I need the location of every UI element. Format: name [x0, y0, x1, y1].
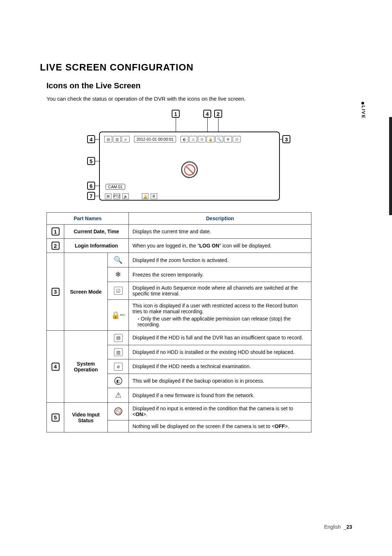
alarm-icon: 🔔 — [142, 193, 148, 199]
freeze-icon: ❄ — [224, 136, 232, 142]
icon-cell: 🔒REC — [108, 300, 129, 331]
hdd-exam-icon: ⌀ — [122, 136, 130, 142]
description-cell: Displayed if no HDD is installed or the … — [129, 345, 311, 359]
description-cell: Freezes the screen temporarily. — [129, 267, 311, 282]
icon-cell: 🔍 — [108, 253, 129, 267]
description-cell: Displayed if the zoom function is activa… — [129, 253, 311, 267]
callout-2: 2 — [214, 110, 222, 118]
part-name: Login Information — [64, 239, 129, 253]
callout-4-top: 4 — [203, 110, 211, 118]
row-number: 4 — [47, 331, 64, 403]
backup-icon: ◐ — [180, 136, 188, 142]
table-row: 5Video Input Status🚫Displayed if no inpu… — [47, 403, 311, 420]
footer-sep: _ — [342, 524, 347, 530]
callout-5: 5 — [87, 157, 95, 165]
dvr-toolbar: ▤ ▥ ⌀ 2012-01-01 00:00:01 ◐ ⚠ ♔ 🔒 🔍 ❄ ☑ — [104, 135, 275, 143]
description-cell: This icon is displayed if a user with re… — [129, 300, 311, 331]
autoseq-icon: ☑ — [114, 287, 123, 295]
description-cell: This will be displayed if the backup ope… — [129, 374, 311, 388]
description-cell: Displayed if the HDD is full and the DVR… — [129, 331, 311, 345]
side-tab: ● LIVE — [361, 102, 371, 120]
row-number: 1 — [47, 225, 64, 239]
rec-lock-icon: 🔒 — [207, 136, 215, 142]
table-row: 1Current Date, TimeDisplays the current … — [47, 225, 311, 239]
side-tab-label: LIVE — [361, 105, 366, 119]
intro-text: You can check the status or operation of… — [46, 96, 352, 102]
callout-6: 6 — [87, 182, 95, 190]
ptz-icon: PTZ — [114, 193, 120, 199]
hdd-exam-icon: ⌀ — [114, 363, 123, 371]
icon-cell: ⌀ — [108, 359, 129, 374]
no-signal-icon — [181, 161, 198, 178]
warning-icon: ⚠ — [189, 136, 197, 142]
desc-header: Description — [129, 213, 311, 225]
rec-icon: R — [151, 193, 157, 199]
backup-icon: ◐ — [114, 377, 122, 385]
callout-1: 1 — [172, 110, 180, 118]
table-row: 2Login InformationWhen you are logged in… — [47, 239, 311, 253]
row-number: 5 — [47, 403, 64, 432]
page-number: 23 — [346, 524, 352, 530]
freeze-icon: ❄ — [114, 270, 123, 278]
callout-7: 7 — [87, 192, 95, 200]
page-thumb-bar — [389, 117, 392, 215]
table-row: 3Screen Mode🔍Displayed if the zoom funct… — [47, 253, 311, 267]
subsection-title: Icons on the Live Screen — [46, 81, 352, 90]
icon-cell: 🚫 — [108, 403, 129, 420]
part-name: System Operation — [64, 331, 108, 403]
camera-label: CAM 01 — [106, 184, 125, 190]
callout-4-left: 4 — [87, 135, 95, 143]
zoom-icon: 🔍 — [114, 256, 123, 264]
icons-table: Part Names Description 1Current Date, Ti… — [46, 212, 311, 432]
description-cell: Nothing will be displayed on the screen … — [129, 420, 311, 432]
logon-icon: ♔ — [198, 136, 206, 142]
icon-cell — [108, 420, 129, 432]
no-hdd-icon: ▥ — [113, 136, 121, 142]
table-row: 4System Operation▤Displayed if the HDD i… — [47, 331, 311, 345]
dvr-bottom-icons: M PTZ 🔈 🔔 R — [105, 193, 157, 199]
no-signal-icon: 🚫 — [114, 407, 122, 415]
icon-cell: ◐ — [108, 374, 129, 388]
hdd-full-icon: ▤ — [104, 136, 112, 142]
row-number: 2 — [47, 239, 64, 253]
footer-lang: English — [324, 524, 341, 530]
no-hdd-icon: ▥ — [114, 348, 123, 356]
table-header: Part Names Description — [47, 213, 311, 225]
datetime-display: 2012-01-01 00:00:01 — [134, 136, 176, 142]
bullet-icon: ● — [361, 102, 371, 104]
autoseq-icon: ☑ — [233, 136, 241, 142]
description-cell: Displayed if no input is entered in the … — [129, 403, 311, 420]
section-title: LIVE SCREEN CONFIGURATION — [40, 62, 352, 73]
part-name: Current Date, Time — [64, 225, 129, 239]
row-number: 3 — [47, 253, 64, 331]
icon-cell: ⚠ — [108, 388, 129, 403]
icon-cell: ▤ — [108, 331, 129, 345]
icon-cell: ❄ — [108, 267, 129, 282]
diagram: 1 4 2 4 5 6 7 3 ▤ ▥ ⌀ 2012-01-01 00:00:0… — [46, 109, 346, 204]
dvr-screen-frame: ▤ ▥ ⌀ 2012-01-01 00:00:01 ◐ ⚠ ♔ 🔒 🔍 ❄ ☑ … — [99, 132, 280, 201]
motion-icon: M — [105, 193, 111, 199]
description-cell: When you are logged in, the "LOG ON" ico… — [129, 239, 311, 253]
description-cell: Displayed if a new firmware is found fro… — [129, 388, 311, 403]
callout-3: 3 — [282, 135, 290, 143]
parts-header: Part Names — [47, 213, 129, 225]
zoom-icon: 🔍 — [215, 136, 223, 142]
icon-cell: ▥ — [108, 345, 129, 359]
icon-cell: ☑ — [108, 282, 129, 300]
rec-lock-icon: 🔒REC — [114, 311, 123, 319]
audio-icon: 🔈 — [122, 193, 129, 199]
page-footer: English _23 — [324, 524, 352, 530]
part-name: Video Input Status — [64, 403, 108, 432]
description-cell: Displays the current time and date. — [129, 225, 311, 239]
description-cell: Displayed if the HDD needs a technical e… — [129, 359, 311, 374]
hdd-full-icon: ▤ — [114, 334, 123, 342]
description-cell: Displayed in Auto Sequence mode where al… — [129, 282, 311, 300]
part-name: Screen Mode — [64, 253, 108, 331]
firmware-warning-icon: ⚠ — [114, 391, 123, 399]
